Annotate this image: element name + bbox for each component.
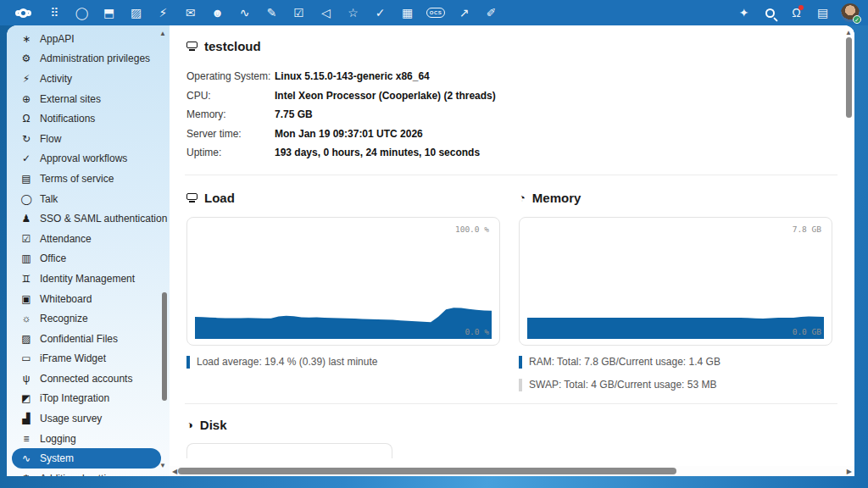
info-value: Mon Jan 19 09:37:01 UTC 2026 (275, 128, 423, 140)
monitor-icon (186, 42, 198, 51)
vertical-scrollbar-thumb[interactable] (846, 37, 852, 118)
additional-settings-icon: ⚙ (20, 473, 32, 476)
ocs-icon[interactable]: OCS (426, 8, 445, 18)
load-ymax-label: 100.0 % (455, 225, 489, 234)
sidebar-item-label: Usage survey (40, 413, 102, 424)
talk-icon[interactable]: ◯ (74, 5, 90, 21)
top-header-bar: ⠿◯⬒▨⚡✉☻∿✎☑◁☆✓▦OCS↗✐ ✦ Ω ▤ ✓ (0, 0, 868, 25)
ai-assistant-icon[interactable]: ✦ (736, 5, 752, 21)
mail-icon[interactable]: ✉ (182, 5, 198, 21)
sidebar-item-usage-survey[interactable]: ▟Usage survey (12, 408, 161, 429)
iframe-widget-icon: ▭ (20, 352, 32, 364)
memory-ymax-label: 7.8 GB (793, 225, 821, 234)
sidebar-item-label: Talk (40, 193, 58, 205)
dashboard-icon[interactable]: ⠿ (47, 5, 63, 21)
sidebar-item-additional-settings[interactable]: ⚙Additional settings (12, 469, 161, 476)
system-info-row: Server time:Mon Jan 19 09:37:01 UTC 2026 (186, 125, 832, 144)
load-area-chart (195, 225, 492, 339)
scroll-right-arrow[interactable]: ▶ (844, 468, 854, 475)
sidebar-item-label: iFrame Widget (40, 352, 106, 364)
search-icon[interactable] (762, 5, 778, 21)
signature-icon[interactable]: ✐ (483, 5, 499, 21)
divider (185, 403, 837, 404)
sidebar-item-external-sites[interactable]: ⊕External sites (12, 89, 161, 109)
sidebar-item-office[interactable]: ▥Office (12, 249, 161, 269)
hostname-heading: testcloud (186, 39, 832, 53)
system-info-row: Uptime:193 days, 0 hours, 24 minutes, 10… (186, 143, 832, 163)
legend-label: SWAP: Total: 4 GB/Current usage: 53 MB (529, 379, 716, 391)
sso-saml-authentication-icon: ♟ (20, 213, 32, 225)
content-horizontal-scrollbar[interactable]: ◀ ▶ (170, 466, 854, 476)
sidebar-item-sso-saml-authentication[interactable]: ♟SSO & SAML authentication (12, 208, 161, 229)
workflow-share-icon[interactable]: ↗ (456, 5, 472, 21)
memory-chart: 7.8 GB 0.0 GB (519, 217, 832, 346)
sidebar-item-label: Office (40, 252, 66, 264)
sidebar-item-flow[interactable]: ↻Flow (12, 129, 161, 149)
sidebar-item-system[interactable]: ∿System (12, 448, 161, 469)
sidebar-item-iframe-widget[interactable]: ▭iFrame Widget (12, 349, 161, 369)
info-value: Intel Xeon Processor (Cooperlake) (2 thr… (275, 90, 496, 102)
sidebar-item-label: Recognize (40, 313, 88, 324)
sidebar-item-talk[interactable]: ◯Talk (12, 189, 161, 209)
sidebar-item-activity[interactable]: ⚡Activity (12, 69, 161, 89)
appointments-icon[interactable]: ☆ (345, 5, 361, 21)
sidebar-scroll-down-arrow[interactable]: ▼ (159, 462, 166, 469)
sidebar-scroll-up-arrow[interactable]: ▲ (159, 30, 166, 37)
user-avatar[interactable]: ✓ (841, 3, 860, 22)
memory-heading: ◔ Memory (519, 191, 832, 205)
analytics-icon[interactable]: ∿ (236, 5, 253, 21)
sidebar-scrollbar-thumb[interactable] (162, 292, 167, 401)
sidebar-item-label: Flow (40, 133, 61, 145)
photos-icon[interactable]: ▨ (128, 5, 144, 21)
legend-item: Load average: 19.4 % (0.39) last minute (186, 356, 500, 369)
attendance-icon: ☑ (20, 233, 32, 245)
sidebar-item-label: External sites (40, 93, 101, 105)
announcements-icon[interactable]: ◁ (318, 5, 334, 21)
notes-icon[interactable]: ✎ (264, 5, 280, 21)
activity-icon[interactable]: ⚡ (155, 5, 171, 21)
sidebar-item-whiteboard[interactable]: ▣Whiteboard (12, 289, 161, 309)
memory-legend: RAM: Total: 7.8 GB/Current usage: 1.4 GB… (519, 356, 832, 391)
scroll-up-arrow[interactable]: ▲ (845, 29, 852, 36)
sidebar-item-confidential-files[interactable]: ▨Confidential Files (12, 329, 161, 349)
legend-swatch (519, 356, 522, 369)
sidebar-item-recognize[interactable]: ☼Recognize (12, 308, 161, 329)
sidebar-item-connected-accounts[interactable]: ψConnected accounts (12, 369, 161, 389)
approval-workflows-icon: ✓ (20, 152, 32, 164)
appapi-icon: ∗ (20, 33, 32, 45)
sidebar-item-label: Connected accounts (40, 373, 132, 385)
sidebar-item-appapi[interactable]: ∗AppAPI (12, 29, 161, 49)
sidebar-item-attendance[interactable]: ☑Attendance (12, 229, 161, 249)
usage-survey-icon: ▟ (20, 413, 32, 424)
contacts-menu-icon[interactable]: ▤ (815, 5, 831, 21)
sidebar-item-terms-of-service[interactable]: ▤Terms of service (12, 169, 161, 189)
content-vertical-scrollbar[interactable]: ▲ (843, 25, 854, 476)
sidebar-item-notifications[interactable]: ΩNotifications (12, 108, 161, 129)
contacts-icon[interactable]: ☻ (209, 5, 225, 21)
horizontal-scrollbar-thumb[interactable] (178, 468, 676, 474)
system-info-row: Operating System:Linux 5.15.0-143-generi… (186, 67, 832, 86)
tasks-icon[interactable]: ☑ (291, 5, 307, 21)
nextcloud-logo[interactable] (15, 8, 31, 18)
hostname-text: testcloud (204, 39, 261, 53)
sidebar-item-identity-management[interactable]: ♊Identity Management (12, 269, 161, 289)
tables-icon[interactable]: ▦ (399, 5, 415, 21)
system-info-row: CPU:Intel Xeon Processor (Cooperlake) (2… (186, 86, 832, 106)
files-icon[interactable]: ⬒ (101, 5, 117, 21)
approvals-icon[interactable]: ✓ (372, 5, 388, 21)
legend-swatch (519, 379, 522, 391)
sidebar-item-logging[interactable]: ≡Logging (12, 429, 161, 449)
sidebar-item-approval-workflows[interactable]: ✓Approval workflows (12, 149, 161, 169)
notifications-bell-icon[interactable]: Ω (788, 5, 804, 21)
info-label: Operating System: (186, 70, 275, 82)
external-sites-icon: ⊕ (20, 93, 32, 105)
load-ymin-label: 0.0 % (465, 327, 489, 336)
load-heading: Load (186, 191, 500, 205)
sidebar-item-itop-integration[interactable]: ◩iTop Integration (12, 389, 161, 409)
sidebar-item-label: Attendance (40, 233, 92, 245)
notifications-icon: Ω (20, 113, 32, 125)
info-value: Linux 5.15.0-143-generic x86_64 (275, 70, 430, 82)
info-label: CPU: (186, 90, 275, 102)
sidebar-item-administration-privileges[interactable]: ⚙Administration privileges (12, 49, 161, 69)
disk-section: ◑ Disk (186, 418, 832, 458)
